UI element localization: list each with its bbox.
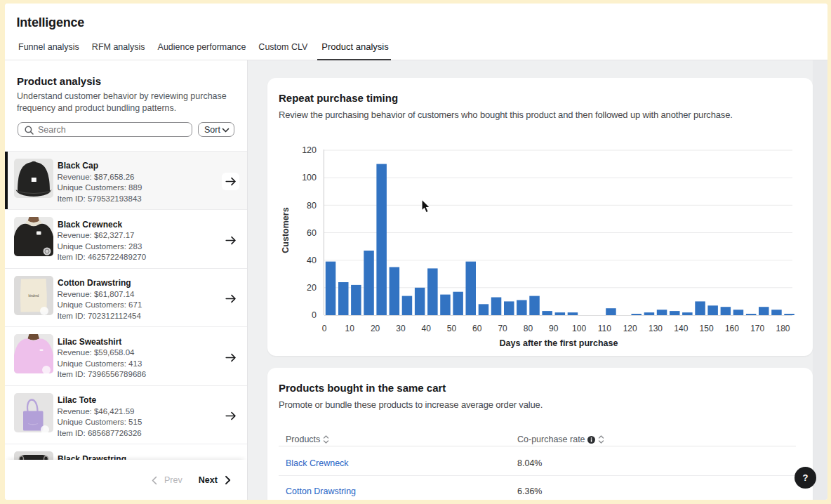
svg-text:130: 130 [649, 324, 663, 333]
svg-text:Days after the first purchase: Days after the first purchase [500, 338, 618, 348]
svg-text:160: 160 [725, 324, 739, 333]
svg-text:30: 30 [396, 324, 406, 333]
svg-text:80: 80 [307, 201, 317, 211]
svg-text:0: 0 [312, 310, 317, 320]
svg-text:70: 70 [498, 324, 507, 333]
svg-text:40: 40 [307, 256, 317, 265]
svg-text:180: 180 [776, 324, 790, 333]
svg-text:110: 110 [598, 324, 611, 333]
svg-text:20: 20 [307, 283, 317, 293]
svg-text:10: 10 [345, 324, 355, 333]
svg-text:100: 100 [302, 173, 317, 183]
svg-text:0: 0 [322, 324, 327, 333]
svg-text:50: 50 [447, 324, 457, 333]
svg-text:120: 120 [623, 324, 637, 333]
svg-text:140: 140 [674, 324, 688, 333]
svg-text:20: 20 [371, 324, 380, 333]
svg-text:40: 40 [422, 324, 432, 333]
svg-text:kindred: kindred [29, 294, 39, 298]
svg-text:100: 100 [572, 324, 586, 333]
svg-text:60: 60 [472, 324, 482, 333]
svg-text:90: 90 [549, 324, 559, 333]
svg-text:170: 170 [750, 324, 764, 333]
svg-text:60: 60 [307, 228, 317, 238]
svg-text:80: 80 [524, 324, 533, 333]
svg-text:150: 150 [700, 324, 714, 333]
svg-text:120: 120 [302, 145, 317, 155]
svg-text:Customers: Customers [281, 207, 291, 253]
